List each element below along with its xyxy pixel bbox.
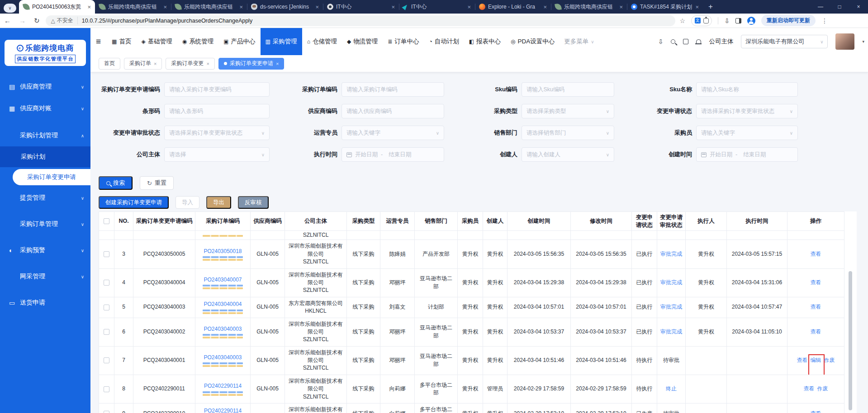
sidebar-item-delivery-apply[interactable]: ▭ 送货申请 [0,292,90,314]
field-input[interactable]: 请输入条形码 ∨ [164,104,270,118]
sidebar-item-purchase-alert[interactable]: ◐ 采购预警 ∨ [0,239,90,261]
field-input[interactable]: 请输入关键字 ∨ [342,126,444,140]
audit-status[interactable]: 待审批 [657,404,686,413]
field-input[interactable]: 请选择销售部门 ∨ [522,126,614,140]
import-button[interactable]: 导入 [175,196,199,209]
operation-link[interactable]: 作废 [817,385,828,393]
row-checkbox[interactable] [104,357,109,363]
audit-status[interactable]: 待审批 [657,346,686,375]
tab-close-icon[interactable]: × [315,4,319,10]
tab-close-icon[interactable]: × [87,4,91,10]
new-tab-button[interactable]: + [708,2,713,11]
downloads-icon[interactable]: ⇩ [724,17,730,24]
forward-button[interactable]: → [19,17,26,24]
extensions-icon[interactable] [703,18,709,23]
operation-link[interactable]: 作废 [824,357,835,364]
company-entity-select[interactable]: 深圳乐能电子有限公司 ∨ [741,35,828,48]
export-button[interactable]: 导出 [206,196,231,209]
fullscreen-icon[interactable] [683,39,688,44]
user-avatar[interactable] [835,33,854,50]
tab-close-icon[interactable]: × [154,61,157,66]
side-panel-icon[interactable] [735,18,741,23]
back-button[interactable]: ← [4,17,11,24]
row-checkbox[interactable] [104,411,109,413]
row-checkbox[interactable] [104,386,109,392]
browser-tab[interactable]: IT中心 × [399,0,475,14]
top-nav-item[interactable]: ≣ 订单中心 [383,28,424,55]
po-code-link[interactable]: PO2403050018 [204,248,242,254]
avatar-caret-icon[interactable]: ▾ [862,39,864,44]
bookmark-star-icon[interactable]: ☆ [680,17,686,24]
minimize-button[interactable]: — [811,0,830,14]
browser-tab[interactable]: 乐能跨境电商供应链 × [551,0,627,14]
field-input[interactable]: 请选择采购订单变更审批状态 ∨ [696,104,798,118]
site-security[interactable]: △ 不安全 [51,17,78,24]
sidebar-item-purchase-plan-mgmt[interactable]: 采购计划管理 ∧ [0,125,90,146]
row-checkbox[interactable] [104,329,109,335]
search-button[interactable]: 搜索 [99,176,133,190]
field-input[interactable]: 请输入Sku名称 ∨ [696,82,798,97]
sidebar-item-supplier-reconcile[interactable]: ▦ 供应商对账 ∨ [0,98,90,119]
po-code-link[interactable]: PO2403040003 [204,326,242,332]
field-input[interactable]: 请输入供应商编码 ∨ [342,104,444,118]
reload-button[interactable]: ↻ [34,17,40,25]
operation-link[interactable]: 查看 [811,303,821,311]
address-bar[interactable]: △ 不安全 10.0.7.25/#/purchase/purPlanManage… [46,15,675,26]
top-nav-item[interactable]: ⌂ 仓储管理 [302,28,342,55]
sidebar-item-supplier-mgmt[interactable]: ▤ 供应商管理 ∨ [0,76,90,98]
tab-close-icon[interactable]: × [619,4,623,10]
sidebar-item-pickup-mgmt[interactable]: 提货管理 ∨ [0,187,90,209]
top-nav-item[interactable]: ▦ 首页 [107,28,136,55]
tab-search-button[interactable]: ∨ [4,4,16,13]
browser-tab[interactable]: ds-services [Jenkins × [247,0,323,14]
row-checkbox[interactable] [104,280,109,286]
top-nav-item[interactable]: ◧ 报表中心 [464,28,506,55]
sidebar-subitem-purchase-plan[interactable]: 采购计划 [0,146,90,167]
tab-close-icon[interactable]: × [467,4,471,10]
page-tab[interactable]: 首页 × [99,58,120,70]
audit-status[interactable]: 审批完成 [657,240,686,268]
tab-close-icon[interactable]: × [276,61,279,66]
notification-bell-icon[interactable] [696,39,701,43]
audit-status[interactable] [657,231,686,240]
top-nav-item[interactable]: ◎ PDA设置中心 [506,28,560,55]
top-nav-item[interactable]: ◆ 物流管理 [342,28,383,55]
search-icon[interactable] [671,39,675,44]
sidebar-item-web-purchase-mgmt[interactable]: 网采管理 ∨ [0,266,90,287]
sidebar-item-po-mgmt[interactable]: 采购订单管理 ∨ [0,213,90,235]
operation-link[interactable]: 查看 [811,410,821,413]
more-menu-button[interactable]: 更多菜单 ∨ [560,38,598,46]
download-icon[interactable]: ⇩ [658,38,664,45]
top-nav-item[interactable]: ◈ 基础管理 [136,28,177,55]
field-input[interactable]: 请输入采购订单变更编码 ∨ [164,82,270,97]
tab-close-icon[interactable]: × [239,4,243,10]
browser-tab[interactable]: IT中心 × [323,0,399,14]
select-all-checkbox[interactable] [104,218,109,224]
field-input[interactable]: 开始日期 - 结束日期 ∨ [342,147,444,162]
row-checkbox[interactable] [104,305,109,310]
browser-menu-icon[interactable]: ⋮ [821,17,828,24]
translate-icon[interactable]: 文 [695,18,701,23]
top-nav-item[interactable]: ◉ 系统管理 [177,28,218,55]
field-input[interactable]: 请输入创建人 ∨ [522,147,614,162]
sidebar-subitem-po-change-apply[interactable]: 采购订单变更申请 [13,169,90,185]
row-checkbox[interactable] [104,251,109,257]
page-tab[interactable]: 采购订单变更申请 × [218,58,284,70]
po-code-link[interactable]: PO2403040007 [204,277,242,283]
top-nav-item[interactable]: ▥ 采购管理 [261,28,302,55]
po-code-link[interactable]: PO2402290114 [204,408,242,413]
operation-link[interactable]: 查看 [811,328,821,336]
field-input[interactable]: 请选择采购订单变更审批状态 ∨ [164,126,270,140]
operation-link[interactable]: 查看 [797,357,808,364]
po-code-link[interactable]: PO2403040004 [204,301,242,307]
browser-tab[interactable]: 乐能跨境电商供应链 × [171,0,247,14]
operation-link[interactable]: 编辑 [811,357,821,364]
field-input[interactable]: 请选择采购类型 ∨ [522,104,614,118]
field-input[interactable]: 开始日期 - 结束日期 ∨ [696,147,798,162]
browser-tab[interactable]: TASK#1854 采购计划 × [627,0,703,14]
profile-icon[interactable] [747,17,755,25]
maximize-button[interactable]: □ [830,0,849,14]
browser-tab[interactable]: 乐能跨境电商供应链 × [95,0,171,14]
page-tab[interactable]: 采购订单 × [124,58,162,70]
browser-tab[interactable]: PO2404150063东莞 × [19,0,95,14]
